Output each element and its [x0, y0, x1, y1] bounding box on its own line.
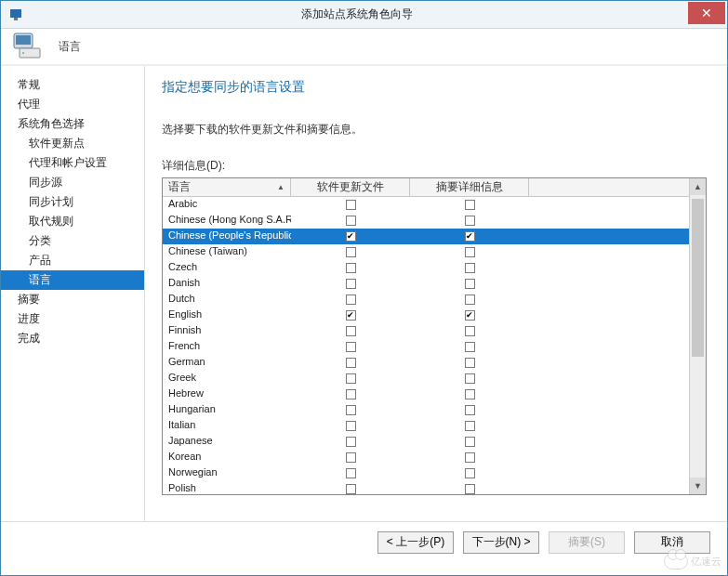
- prev-button[interactable]: < 上一步(P): [377, 531, 454, 554]
- summary-checkbox[interactable]: [465, 342, 475, 352]
- summary-button[interactable]: 摘要(S): [549, 531, 625, 554]
- summary-checkbox[interactable]: [465, 326, 475, 336]
- table-row[interactable]: Danish: [163, 276, 689, 292]
- sidebar-item[interactable]: 代理: [1, 95, 144, 114]
- lang-cell: Hebrew: [163, 386, 291, 402]
- summary-checkbox[interactable]: [465, 247, 475, 257]
- summary-checkbox[interactable]: [465, 358, 475, 368]
- summary-checkbox[interactable]: [465, 263, 475, 273]
- col-file[interactable]: 软件更新文件: [291, 178, 410, 196]
- scroll-up-button[interactable]: ▲: [690, 178, 706, 195]
- summary-checkbox[interactable]: [465, 405, 475, 415]
- sidebar-item[interactable]: 取代规则: [1, 212, 144, 231]
- lang-cell: Italian: [163, 418, 291, 434]
- summary-checkbox[interactable]: [465, 279, 475, 289]
- sidebar-item[interactable]: 同步源: [1, 173, 144, 192]
- table-row[interactable]: Arabic: [163, 197, 689, 213]
- file-checkbox[interactable]: [346, 342, 356, 352]
- file-checkbox[interactable]: [346, 231, 356, 242]
- file-checkbox[interactable]: [346, 263, 356, 273]
- table-row[interactable]: French: [163, 339, 689, 355]
- file-cell: [291, 323, 410, 339]
- file-checkbox[interactable]: [346, 405, 356, 415]
- table-row[interactable]: Hebrew: [163, 386, 689, 402]
- window-title: 添加站点系统角色向导: [25, 7, 688, 22]
- summary-checkbox[interactable]: [465, 389, 475, 399]
- file-checkbox[interactable]: [346, 279, 356, 289]
- col-summary[interactable]: 摘要详细信息: [410, 178, 529, 196]
- lang-cell: Greek: [163, 371, 291, 386]
- sidebar-item[interactable]: 语言: [1, 270, 144, 290]
- table-row[interactable]: Chinese (Hong Kong S.A.R.): [163, 213, 689, 229]
- file-checkbox[interactable]: [346, 247, 356, 257]
- sidebar-item[interactable]: 同步计划: [1, 192, 144, 212]
- sidebar-item[interactable]: 系统角色选择: [1, 114, 144, 134]
- file-cell: [291, 434, 410, 450]
- sidebar-item[interactable]: 分类: [1, 231, 144, 251]
- close-button[interactable]: ✕: [688, 2, 725, 24]
- file-checkbox[interactable]: [346, 310, 356, 321]
- sort-asc-icon: ▲: [277, 183, 285, 191]
- summary-checkbox[interactable]: [465, 452, 475, 463]
- table-row[interactable]: Chinese (Taiwan): [163, 244, 689, 260]
- table-row[interactable]: Italian: [163, 418, 689, 434]
- file-checkbox[interactable]: [346, 452, 356, 463]
- file-checkbox[interactable]: [346, 468, 356, 478]
- file-checkbox[interactable]: [346, 216, 356, 226]
- summary-checkbox[interactable]: [465, 295, 475, 305]
- table-row[interactable]: Dutch: [163, 292, 689, 308]
- summary-checkbox[interactable]: [465, 484, 475, 494]
- sidebar-item[interactable]: 完成: [1, 329, 144, 348]
- table-row[interactable]: German: [163, 355, 689, 371]
- sidebar-item[interactable]: 产品: [1, 251, 144, 270]
- svg-rect-0: [10, 9, 21, 18]
- summary-checkbox[interactable]: [465, 310, 475, 321]
- file-checkbox[interactable]: [346, 358, 356, 368]
- sidebar-item[interactable]: 常规: [1, 75, 144, 95]
- sidebar-item[interactable]: 进度: [1, 309, 144, 329]
- scroll-thumb[interactable]: [692, 199, 704, 357]
- file-checkbox[interactable]: [346, 389, 356, 399]
- file-checkbox[interactable]: [346, 437, 356, 447]
- scroll-down-button[interactable]: ▼: [690, 478, 706, 494]
- summary-cell: [410, 465, 529, 481]
- table-row[interactable]: Hungarian: [163, 402, 689, 418]
- table-row[interactable]: Greek: [163, 371, 689, 386]
- file-checkbox[interactable]: [346, 484, 356, 494]
- table-row[interactable]: Polish: [163, 481, 689, 494]
- summary-checkbox[interactable]: [465, 373, 475, 384]
- summary-checkbox[interactable]: [465, 200, 475, 210]
- vertical-scrollbar[interactable]: ▲ ▼: [689, 178, 706, 494]
- lang-cell: Chinese (Hong Kong S.A.R.): [163, 213, 291, 229]
- file-cell: [291, 355, 410, 371]
- file-checkbox[interactable]: [346, 200, 356, 210]
- table-row[interactable]: English: [163, 308, 689, 323]
- file-checkbox[interactable]: [346, 421, 356, 431]
- summary-checkbox[interactable]: [465, 437, 475, 447]
- next-button[interactable]: 下一步(N) >: [463, 531, 539, 554]
- table-row[interactable]: Chinese (People's Republic of...: [163, 229, 689, 244]
- file-checkbox[interactable]: [346, 326, 356, 336]
- summary-checkbox[interactable]: [465, 421, 475, 431]
- summary-cell: [410, 450, 529, 465]
- summary-cell: [410, 197, 529, 213]
- summary-cell: [410, 323, 529, 339]
- summary-checkbox[interactable]: [465, 216, 475, 226]
- table-row[interactable]: Japanese: [163, 434, 689, 450]
- table-row[interactable]: Korean: [163, 450, 689, 465]
- summary-checkbox[interactable]: [465, 231, 475, 242]
- summary-checkbox[interactable]: [465, 468, 475, 478]
- file-checkbox[interactable]: [346, 373, 356, 384]
- grid-body: ArabicChinese (Hong Kong S.A.R.)Chinese …: [163, 197, 689, 494]
- summary-cell: [410, 213, 529, 229]
- file-cell: [291, 260, 410, 276]
- table-row[interactable]: Czech: [163, 260, 689, 276]
- table-row[interactable]: Norwegian: [163, 465, 689, 481]
- sidebar-item[interactable]: 摘要: [1, 290, 144, 309]
- col-language[interactable]: 语言▲: [163, 178, 291, 196]
- file-checkbox[interactable]: [346, 295, 356, 305]
- sidebar-item[interactable]: 代理和帐户设置: [1, 153, 144, 173]
- sidebar-item[interactable]: 软件更新点: [1, 134, 144, 153]
- table-row[interactable]: Finnish: [163, 323, 689, 339]
- lang-cell: Korean: [163, 450, 291, 465]
